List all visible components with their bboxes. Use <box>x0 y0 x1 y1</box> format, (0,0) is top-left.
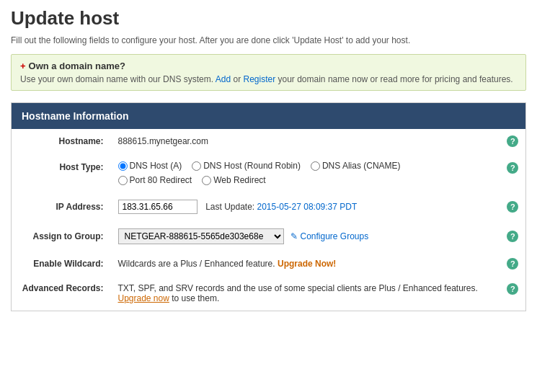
group-label: Assign to Group: <box>33 231 104 241</box>
group-help-icon[interactable]: ? <box>507 231 518 242</box>
hostname-info-table: Hostname Information Hostname: 888615.my… <box>11 102 526 311</box>
add-domain-link[interactable]: Add <box>216 74 231 84</box>
radio-dns-rr[interactable]: DNS Host (Round Robin) <box>192 161 301 171</box>
advanced-text: TXT, SPF, and SRV records and the use of… <box>118 283 500 293</box>
host-type-label: Host Type: <box>59 162 103 172</box>
upgrade-now-link2[interactable]: Upgrade now <box>118 293 169 303</box>
ip-label: IP Address: <box>56 202 103 212</box>
ip-help-icon[interactable]: ? <box>507 201 518 213</box>
upgrade-now-link[interactable]: Upgrade Now! <box>278 259 336 269</box>
group-select[interactable]: NETGEAR-888615-5565de303e68e <box>118 228 284 244</box>
advanced-records-row: Advanced Records: TXT, SPF, and SRV reco… <box>12 276 526 311</box>
radio-dns-cname[interactable]: DNS Alias (CNAME) <box>311 161 401 171</box>
hostname-label: Hostname: <box>58 136 103 146</box>
ip-address-row: IP Address: Last Update: 2015-05-27 08:0… <box>12 192 526 221</box>
radio-port80[interactable]: Port 80 Redirect <box>118 175 192 185</box>
last-update-link[interactable]: 2015-05-27 08:09:37 PDT <box>257 202 358 212</box>
domain-banner-title: +Own a domain name? <box>20 61 517 71</box>
wildcard-row: Enable Wildcard: Wildcards are a Plus / … <box>12 251 526 276</box>
wildcard-help-icon[interactable]: ? <box>507 258 518 270</box>
radio-dns-a[interactable]: DNS Host (A) <box>118 161 182 171</box>
host-type-options: DNS Host (A) DNS Host (Round Robin) DNS … <box>118 161 500 171</box>
page-subtitle: Fill out the following fields to configu… <box>11 35 526 45</box>
advanced-label: Advanced Records: <box>22 283 104 293</box>
host-type-options-row2: Port 80 Redirect Web Redirect <box>118 175 500 185</box>
last-update: Last Update: 2015-05-27 08:09:37 PDT <box>205 202 357 212</box>
host-type-help-icon[interactable]: ? <box>507 162 518 174</box>
hostname-row: Hostname: 888615.mynetgear.com ? <box>12 129 526 153</box>
advanced-help-icon[interactable]: ? <box>507 283 518 295</box>
configure-groups-link[interactable]: ✎ Configure Groups <box>290 231 368 241</box>
hostname-value: 888615.mynetgear.com <box>118 136 208 146</box>
edit-icon: ✎ <box>290 231 298 241</box>
section-header: Hostname Information <box>12 103 526 130</box>
domain-banner: +Own a domain name? Use your own domain … <box>11 54 526 91</box>
ip-input[interactable] <box>118 200 198 214</box>
wildcard-text: Wildcards are a Plus / Enhanced feature. <box>118 259 275 269</box>
domain-banner-text: Use your own domain name with our DNS sy… <box>20 74 517 84</box>
radio-web-redirect[interactable]: Web Redirect <box>202 175 265 185</box>
page-title: Update host <box>11 7 526 30</box>
wildcard-label: Enable Wildcard: <box>33 259 103 269</box>
hostname-help-icon[interactable]: ? <box>507 135 518 147</box>
advanced-upgrade: Upgrade now to use them. <box>118 293 500 303</box>
plus-icon: + <box>20 61 26 71</box>
assign-group-row: Assign to Group: NETGEAR-888615-5565de30… <box>12 221 526 251</box>
host-type-row: Host Type: DNS Host (A) DNS Host (Round … <box>12 153 526 192</box>
register-domain-link[interactable]: Register <box>243 74 275 84</box>
